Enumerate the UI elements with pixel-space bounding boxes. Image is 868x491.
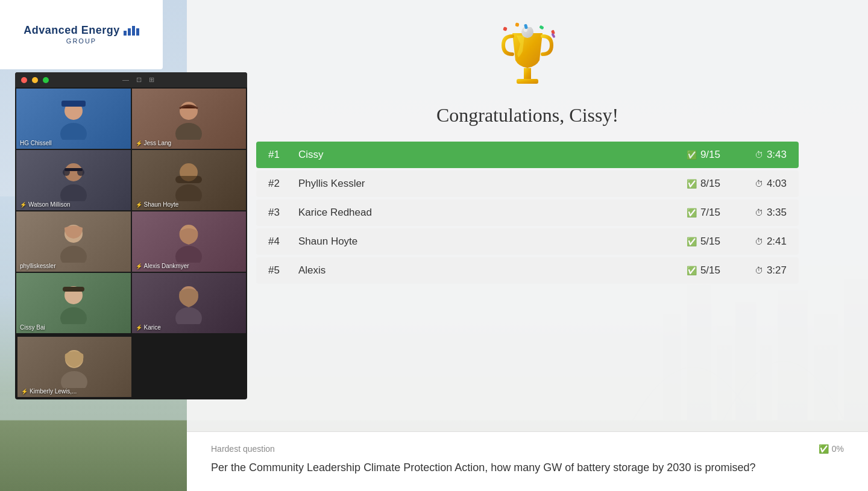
clock-icon-4: ⏱ [755,237,763,246]
checkmark-icon-5: ✅ [687,266,697,275]
svg-point-28 [175,246,202,263]
window-icon-2: ⊡ [136,76,142,84]
checkmark-icon-4: ✅ [687,237,697,246]
svg-point-26 [60,246,87,263]
label-jess: ⚡ Jess Lang [136,140,172,146]
label-hg: HG Chissell [20,140,52,146]
label-karice: ⚡ Karice [136,324,161,331]
leaderboard-row-3: #3 Karice Redhead ✅ 7/15 ⏱ 3:35 [256,199,799,226]
close-dot[interactable] [21,77,27,83]
video-cell-phyllis: phylliskessler [16,211,131,272]
confetti-5 [515,23,520,27]
score-1: ✅ 9/15 [660,149,720,161]
name-5: Alexis [298,264,660,277]
checkmark-icon-2: ✅ [687,179,697,189]
svg-point-30 [60,307,87,324]
name-1: Cissy [298,149,660,161]
name-4: Shaun Hoyte [298,236,660,248]
time-5: ⏱ 3:27 [738,264,787,277]
window-icon-1: — [122,76,129,84]
checkmark-icon-1: ✅ [687,150,697,160]
hardest-header: Hardest question ✅ 0% [211,444,844,454]
rank-4: #4 [268,236,298,248]
video-bottom-row: ⚡ Kimberly Lewis,... [16,336,246,398]
video-grid: HG Chissell ⚡ Jess Lang [15,87,247,334]
video-cell-cissy: Cissy Bai [16,273,131,333]
video-cell-hg: HG Chissell [16,89,131,149]
clock-icon-1: ⏱ [755,150,763,160]
video-titlebar: — ⊡ ⊞ [15,72,247,87]
time-1: ⏱ 3:43 [738,149,787,161]
video-cell-shaun: ⚡ Shaun Hoyte [132,150,247,210]
leaderboard-row-1: #1 Cissy ✅ 9/15 ⏱ 3:43 [256,142,799,168]
time-4: ⏱ 2:41 [738,236,787,248]
label-kimberly: ⚡ Kimberly Lewis,... [21,388,77,395]
mic-icon-jess: ⚡ [136,140,142,146]
video-cell-karice: ⚡ Karice [132,273,247,333]
trophy-icon [497,27,558,93]
leaderboard: #1 Cissy ✅ 9/15 ⏱ 3:43 #2 Phyllis Kessle… [256,142,799,286]
video-cell-alexis: ⚡ Alexis Dankmyer [132,211,247,272]
leaderboard-row-5: #5 Alexis ✅ 5/15 ⏱ 3:27 [256,257,799,284]
label-phyllis: phylliskessler [20,263,55,269]
minimize-dot[interactable] [32,77,38,83]
score-4: ✅ 5/15 [660,236,720,248]
confetti-2 [524,23,528,29]
score-2: ✅ 8/15 [660,178,720,190]
window-icon-3: ⊞ [149,76,154,84]
rank-2: #2 [268,178,298,190]
logo-bar-4 [136,28,139,36]
congrats-title: Congratulations, Cissy! [436,104,618,127]
time-2: ⏱ 4:03 [738,178,787,190]
mic-icon-alexis: ⚡ [136,263,142,269]
trophy-area [491,21,564,99]
hardest-section: Hardest question ✅ 0% Per the Community … [187,431,868,491]
time-3: ⏱ 3:35 [738,207,787,219]
svg-rect-36 [524,68,531,79]
logo-area: Advanced Energy GROUP [0,0,163,69]
leaderboard-row-4: #4 Shaun Hoyte ✅ 5/15 ⏱ 2:41 [256,228,799,255]
svg-point-23 [175,184,202,201]
hardest-percent-area: ✅ 0% [819,444,844,454]
score-5: ✅ 5/15 [660,264,720,277]
svg-point-33 [175,307,202,324]
logo-bar-1 [124,31,127,36]
svg-point-16 [175,123,202,140]
logo-sub: GROUP [24,37,139,45]
video-panel: — ⊡ ⊞ HG Chissell [15,72,247,399]
video-cell-kimberly: ⚡ Kimberly Lewis,... [17,337,131,397]
label-watson: ⚡ Watson Millison [20,201,71,208]
video-cell-watson: ⚡ Watson Millison [16,150,131,210]
svg-point-35 [61,371,87,388]
clock-icon-2: ⏱ [755,179,763,189]
svg-point-13 [60,123,87,140]
mic-icon-watson: ⚡ [20,202,27,208]
logo-text: Advanced Energy GROUP [24,24,139,45]
logo-bar-2 [128,28,131,36]
name-2: Phyllis Kessler [298,178,660,190]
hardest-percent-value: 0% [832,444,844,454]
mic-icon-kimberly: ⚡ [21,389,28,395]
mic-icon-shaun: ⚡ [136,202,142,208]
rank-3: #3 [268,207,298,219]
svg-rect-21 [64,168,83,171]
svg-rect-37 [517,79,538,84]
label-shaun: ⚡ Shaun Hoyte [136,201,179,208]
svg-point-18 [60,184,87,201]
clock-icon-3: ⏱ [755,208,763,217]
rank-5: #5 [268,264,298,277]
maximize-dot[interactable] [43,77,49,83]
leaderboard-row-2: #2 Phyllis Kessler ✅ 8/15 ⏱ 4:03 [256,170,799,197]
name-3: Karice Redhead [298,207,660,219]
checkmark-icon-3: ✅ [687,208,697,217]
video-bottom: ⚡ Kimberly Lewis,... [15,334,247,399]
hardest-label: Hardest question [211,444,275,454]
logo-bars-icon [124,26,139,36]
video-cell-jess: ⚡ Jess Lang [132,89,247,149]
label-alexis: ⚡ Alexis Dankmyer [136,263,189,269]
rank-1: #1 [268,149,298,161]
svg-rect-24 [175,176,202,183]
congrats-section: Congratulations, Cissy! #1 Cissy ✅ 9/15 … [256,12,799,286]
logo-main: Advanced Energy [24,24,120,37]
hardest-question-text: Per the Community Leadership Climate Pro… [211,460,844,476]
